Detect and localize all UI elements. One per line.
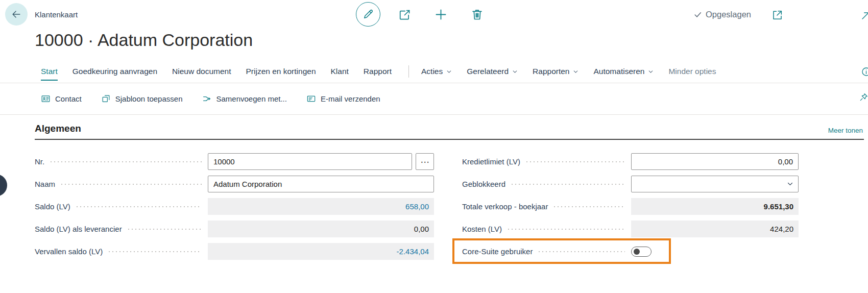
dotted-leader (109, 251, 202, 252)
action-e-mail-verzenden[interactable]: E-mail verzenden (306, 94, 380, 104)
chevron-down-icon (573, 69, 578, 75)
info-icon (861, 66, 868, 77)
delete-button[interactable] (470, 8, 484, 21)
menu-item-start[interactable]: Start (41, 67, 58, 76)
action-label: Samenvoegen met... (216, 94, 286, 103)
check-icon (693, 10, 702, 19)
field-row-nr: Nr.⋯ (35, 153, 434, 170)
edit-button[interactable] (356, 2, 380, 27)
action-sjabloon-toepassen[interactable]: Sjabloon toepassen (101, 94, 183, 104)
input-nr[interactable] (208, 153, 412, 170)
dotted-leader (128, 229, 202, 230)
action-samenvoegen-met[interactable]: Samenvoegen met... (202, 94, 286, 104)
field-row-totale-verkoop-boekjaar: Totale verkoop - boekjaar9.651,30 (462, 198, 799, 215)
dotted-leader (539, 251, 625, 252)
field-label: Nr. (35, 157, 44, 166)
back-button[interactable] (5, 3, 28, 26)
open-in-new-button[interactable] (771, 9, 784, 21)
dotted-leader (77, 206, 202, 207)
share-icon (398, 8, 412, 22)
form-column-right: Kredietlimiet (LV)GeblokkeerdTotale verk… (462, 153, 799, 265)
value-vervallen-saldo-lv[interactable]: -2.434,04 (208, 243, 434, 260)
value-saldo-lv[interactable]: 658,00 (208, 198, 434, 215)
pin-icon (859, 92, 868, 102)
toggle-knob (634, 249, 640, 255)
menu-bar: StartGoedkeuring aanvragenNieuw document… (0, 60, 868, 83)
field-row-geblokkeerd: Geblokkeerd (462, 176, 799, 192)
info-button[interactable] (861, 66, 868, 77)
template-icon (101, 94, 111, 104)
field-row-vervallen-saldo-lv: Vervallen saldo (LV)-2.434,04 (35, 243, 434, 260)
section-title: Algemeen (35, 123, 81, 134)
field-row-saldo-lv-als-leverancier: Saldo (LV) als leverancier0,00 (35, 221, 434, 237)
menu-item-nieuw-document[interactable]: Nieuw document (172, 67, 231, 76)
page-title: 10000 · Adatum Corporation (0, 29, 868, 51)
page-type-label: Klantenkaart (35, 10, 78, 19)
action-contact[interactable]: Contact (41, 94, 82, 104)
input-naam[interactable] (208, 176, 434, 192)
dotted-leader (512, 184, 625, 185)
back-arrow-icon (11, 9, 22, 20)
menu-item-rapporten[interactable]: Rapporten (533, 67, 578, 76)
field-row-kosten-lv: Kosten (LV)424,20 (462, 221, 799, 237)
field-value-area (208, 176, 434, 192)
delete-icon (470, 8, 484, 21)
action-label: Contact (55, 94, 82, 103)
field-row-core-suite-gebruiker: Core-Suite gebruiker (462, 243, 799, 260)
menu-item-automatiseren[interactable]: Automatiseren (593, 67, 654, 76)
value-kosten-lv: 424,20 (631, 221, 799, 237)
form-column-left: Nr.⋯NaamSaldo (LV)658,00Saldo (LV) als l… (35, 153, 434, 265)
menu-item-rapport[interactable]: Rapport (364, 67, 392, 76)
save-status-label: Opgeslagen (706, 10, 751, 19)
section-header-algemeen: Algemeen Meer tonen (35, 115, 864, 140)
field-value-area: 658,00 (208, 198, 434, 215)
menu-item-gerelateerd[interactable]: Gerelateerd (467, 67, 518, 76)
pin-button[interactable] (859, 92, 868, 102)
lookup-ellipsis-button[interactable]: ⋯ (416, 153, 434, 170)
menu-item-prijzen-en-kortingen[interactable]: Prijzen en kortingen (246, 67, 316, 76)
menu-item-klant[interactable]: Klant (331, 67, 349, 76)
chevron-down-icon (648, 69, 654, 75)
field-label: Kredietlimiet (LV) (462, 157, 520, 166)
field-value-area: -2.434,04 (208, 243, 434, 260)
field-label: Geblokkeerd (462, 180, 505, 188)
input-kredietlimiet-lv[interactable] (631, 153, 799, 170)
field-label: Kosten (LV) (462, 225, 502, 233)
field-value-area: ⋯ (208, 153, 434, 170)
edit-icon (362, 8, 374, 20)
menu-item-acties[interactable]: Acties (421, 67, 452, 76)
expand-button[interactable] (860, 10, 868, 21)
field-value-area (631, 176, 799, 192)
dropdown-geblokkeerd[interactable] (631, 176, 799, 192)
menu-item-minder-opties[interactable]: Minder opties (668, 67, 716, 76)
show-more-link[interactable]: Meer tonen (828, 127, 863, 134)
toggle-core-suite-gebruiker[interactable] (631, 247, 652, 257)
dotted-leader (554, 206, 625, 207)
field-label: Core-Suite gebruiker (462, 247, 533, 256)
field-row-saldo-lv: Saldo (LV)658,00 (35, 198, 434, 215)
field-value-area (631, 243, 799, 260)
field-row-kredietlimiet-lv: Kredietlimiet (LV) (462, 153, 799, 170)
contact-icon (41, 94, 51, 104)
field-value-area: 0,00 (208, 221, 434, 237)
general-form: Nr.⋯NaamSaldo (LV)658,00Saldo (LV) als l… (0, 140, 868, 265)
menu-item-goedkeuring-aanvragen[interactable]: Goedkeuring aanvragen (73, 67, 157, 76)
action-label: Sjabloon toepassen (115, 94, 183, 103)
value-saldo-lv-als-leverancier: 0,00 (208, 221, 434, 237)
dotted-leader (508, 229, 625, 230)
value-totale-verkoop-boekjaar: 9.651,30 (631, 198, 799, 215)
chevron-down-icon (446, 69, 452, 75)
merge-icon (202, 94, 211, 104)
chevron-down-icon (787, 181, 793, 187)
add-button[interactable] (433, 7, 448, 22)
field-label: Saldo (LV) als leverancier (35, 225, 122, 233)
share-button[interactable] (398, 8, 412, 22)
field-label: Naam (35, 180, 55, 188)
field-label: Vervallen saldo (LV) (35, 247, 103, 256)
dotted-leader (51, 161, 202, 162)
field-label: Saldo (LV) (35, 202, 70, 211)
dotted-leader (61, 184, 202, 185)
field-value-area: 9.651,30 (631, 198, 799, 215)
field-row-naam: Naam (35, 176, 434, 192)
save-status: Opgeslagen (693, 10, 751, 19)
